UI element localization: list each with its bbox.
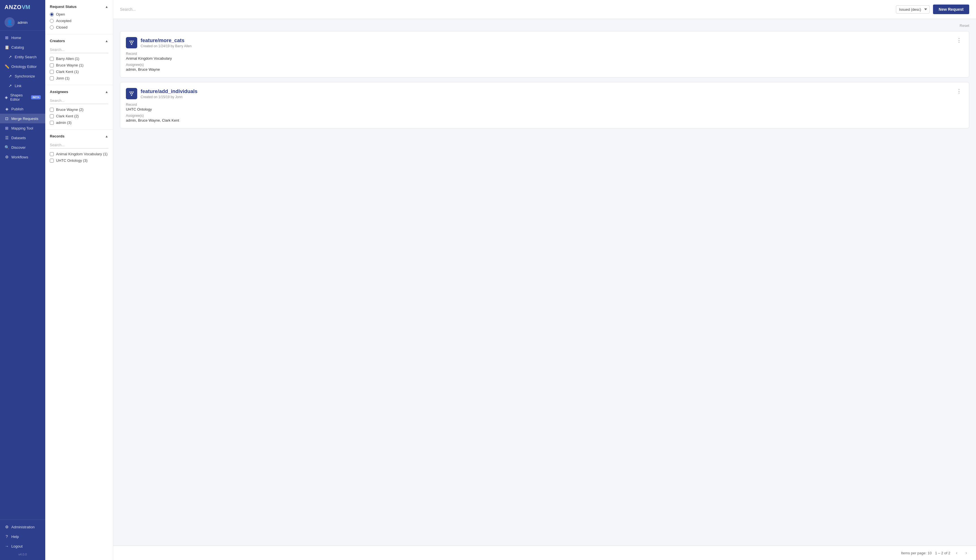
card-title-row-2: feature/add_individuals Created on 1/15/… — [126, 88, 197, 99]
logo-text: ANZО — [5, 4, 22, 10]
discover-icon: 🔍 — [5, 145, 9, 150]
card-more-button-1[interactable]: ⋮ — [955, 37, 963, 43]
creators-header[interactable]: Creators ▲ — [50, 39, 108, 43]
assignees-label-2: Assignee(s) — [126, 114, 963, 118]
radio-accepted[interactable]: Accepted — [50, 19, 108, 23]
sidebar-item-logout[interactable]: → Logout — [0, 541, 45, 551]
sidebar-item-link[interactable]: ↗ Link — [0, 81, 45, 90]
card-icon-1 — [126, 37, 137, 48]
checkbox-jonn-c-input[interactable] — [50, 77, 54, 80]
radio-closed[interactable]: Closed — [50, 25, 108, 29]
checkbox-animal-kingdom[interactable]: Animal Kingdom Vocabulary (1) — [50, 152, 108, 156]
svg-rect-11 — [131, 95, 132, 96]
card-body-2: Record UHTC Ontology Assignee(s) admin, … — [126, 103, 963, 122]
checkbox-clark-kent-a[interactable]: Clark Kent (2) — [50, 114, 108, 118]
checkbox-admin-a-input[interactable] — [50, 121, 54, 125]
svg-rect-2 — [133, 41, 134, 42]
record-label-1: Record — [126, 52, 963, 56]
sidebar-bottom: ⚙ Administration ? Help → Logout v4.0.0 — [0, 520, 45, 560]
creator-jonn-label: Jonn (1) — [56, 76, 70, 80]
request-status-header[interactable]: Request Status ▲ — [50, 5, 108, 9]
sidebar-item-home[interactable]: ⊞ Home — [0, 33, 45, 42]
svg-rect-8 — [133, 92, 134, 93]
radio-open[interactable]: Open — [50, 12, 108, 17]
card-title-2[interactable]: feature/add_individuals — [140, 88, 197, 95]
checkbox-bruce-wayne-c[interactable]: Bruce Wayne (1) — [50, 63, 108, 67]
checkbox-bruce-wayne-a[interactable]: Bruce Wayne (2) — [50, 107, 108, 112]
radio-closed-label: Closed — [56, 25, 67, 29]
checkbox-clark-kent-a-input[interactable] — [50, 114, 54, 118]
svg-rect-9 — [130, 93, 131, 94]
sidebar-item-shapes-editor[interactable]: ◈ Shapes Editor BETA — [0, 90, 45, 104]
sidebar-item-discover[interactable]: 🔍 Discover — [0, 143, 45, 152]
sidebar-label-home: Home — [11, 36, 21, 40]
checkbox-clark-kent-c-input[interactable] — [50, 70, 54, 74]
new-request-button[interactable]: New Request — [933, 5, 969, 14]
sidebar-item-administration[interactable]: ⚙ Administration — [0, 522, 45, 532]
home-icon: ⊞ — [5, 35, 9, 40]
creator-clark-kent-label: Clark Kent (1) — [56, 70, 78, 74]
checkbox-admin-a[interactable]: admin (3) — [50, 120, 108, 125]
sidebar-item-merge-requests[interactable]: ⊡ Merge Requests — [0, 114, 45, 123]
card-title-1[interactable]: feature/more_cats — [140, 38, 192, 43]
mapping-tool-icon: ⊞ — [5, 126, 9, 130]
assignee-bruce-wayne-label: Bruce Wayne (2) — [56, 107, 83, 112]
checkbox-barry-allen-input[interactable] — [50, 57, 54, 61]
svg-rect-7 — [131, 92, 132, 93]
search-input[interactable] — [120, 6, 893, 13]
reset-link[interactable]: Reset — [959, 23, 969, 28]
pagination-next-button[interactable]: › — [963, 549, 969, 557]
checkbox-uhtc-ontology[interactable]: UHTC Ontology (3) — [50, 158, 108, 163]
sidebar-label-entity-search: Entity Search — [15, 55, 37, 59]
sidebar-logo: ANZОVM — [0, 0, 45, 15]
card-more-button-2[interactable]: ⋮ — [955, 88, 963, 94]
records-search[interactable] — [50, 142, 108, 148]
sidebar-item-catalog[interactable]: 📋 Catalog — [0, 42, 45, 52]
sidebar-item-workflows[interactable]: ⚙ Workflows — [0, 152, 45, 162]
checkbox-bruce-wayne-c-input[interactable] — [50, 63, 54, 67]
sidebar-label-synchronize: Synchronize — [15, 74, 35, 78]
assignees-header[interactable]: Assignees ▲ — [50, 90, 108, 94]
sidebar-item-synchronize[interactable]: ↗ Synchronize — [0, 71, 45, 81]
administration-icon: ⚙ — [5, 525, 9, 529]
radio-open-label: Open — [56, 12, 65, 17]
sidebar-item-entity-search[interactable]: ↗ Entity Search — [0, 52, 45, 62]
records-header[interactable]: Records ▲ — [50, 134, 108, 138]
checkbox-uhtc-ontology-input[interactable] — [50, 159, 54, 163]
radio-closed-input[interactable] — [50, 25, 54, 29]
card-header-2: feature/add_individuals Created on 1/15/… — [126, 88, 963, 99]
svg-rect-10 — [132, 93, 133, 94]
sidebar-label-help: Help — [11, 535, 19, 539]
radio-accepted-input[interactable] — [50, 19, 54, 23]
radio-open-input[interactable] — [50, 12, 54, 17]
radio-accepted-label: Accepted — [56, 19, 71, 23]
sidebar-item-ontology-editor[interactable]: ✏️ Ontology Editor — [0, 62, 45, 71]
assignees-search[interactable] — [50, 97, 108, 104]
checkbox-barry-allen[interactable]: Barry Allen (1) — [50, 57, 108, 61]
sort-select[interactable]: Issued (desc) — [896, 5, 929, 13]
checkbox-jonn-c[interactable]: Jonn (1) — [50, 76, 108, 80]
assignees-value-2: admin, Bruce Wayne, Clark Kent — [126, 118, 963, 122]
checkbox-clark-kent-c[interactable]: Clark Kent (1) — [50, 70, 108, 74]
checkbox-bruce-wayne-a-input[interactable] — [50, 108, 54, 112]
content-top-bar: Reset — [120, 23, 969, 28]
workflows-icon: ⚙ — [5, 155, 9, 159]
request-status-label: Request Status — [50, 5, 77, 9]
user-profile[interactable]: 👤 admin — [0, 15, 45, 30]
entity-search-icon: ↗ — [8, 55, 12, 59]
sidebar-label-logout: Logout — [11, 544, 23, 548]
sidebar-item-help[interactable]: ? Help — [0, 532, 45, 541]
pagination-range: 1 – 2 of 2 — [935, 551, 950, 555]
pagination-prev-button[interactable]: ‹ — [954, 549, 959, 557]
sidebar-item-mapping-tool[interactable]: ⊞ Mapping Tool — [0, 123, 45, 133]
checkbox-animal-kingdom-input[interactable] — [50, 152, 54, 156]
creators-search[interactable] — [50, 47, 108, 53]
logo-vm: VM — [22, 4, 30, 10]
record-uhtc-ontology-label: UHTC Ontology (3) — [56, 158, 87, 163]
sidebar-item-publish[interactable]: ◈ Publish — [0, 104, 45, 114]
filter-creators: Creators ▲ Barry Allen (1) Bruce Wayne (… — [45, 39, 113, 85]
card-info-1: feature/more_cats Created on 1/24/19 by … — [140, 38, 192, 48]
sidebar-label-publish: Publish — [11, 107, 23, 111]
chevron-up-icon-assignees: ▲ — [105, 90, 108, 94]
sidebar-item-datasets[interactable]: ☰ Datasets — [0, 133, 45, 143]
